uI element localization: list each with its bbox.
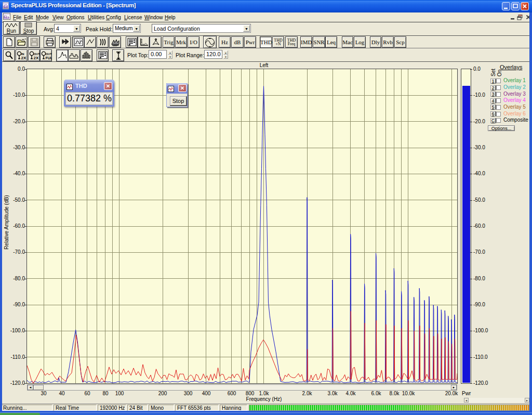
svg-text:2X: 2X [34, 56, 39, 60]
svg-text:OUT: OUT [46, 53, 52, 56]
svg-text:FULL: FULL [46, 56, 52, 60]
svg-text:2X: 2X [21, 56, 26, 60]
